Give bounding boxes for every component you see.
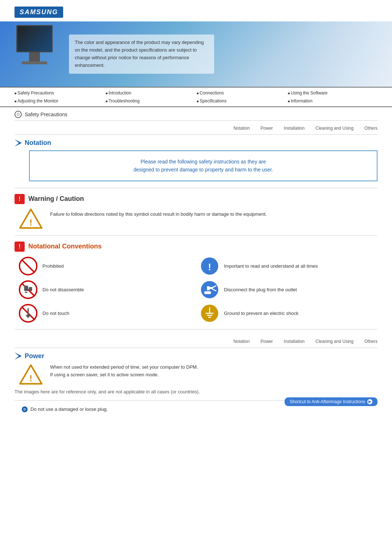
- notational-title: Notational Conventions: [28, 243, 102, 250]
- section-title-main: Safety Precautions: [25, 112, 68, 117]
- warning-body-text: Failure to follow directions noted by th…: [50, 208, 267, 218]
- nav-item-safety[interactable]: Safety Precautions: [15, 90, 104, 96]
- power-warning-icon: !: [18, 364, 44, 385]
- shortcut-button-label: Shortcut to Anti-Afterimage Instructions: [290, 399, 365, 404]
- svg-text:!: !: [208, 262, 211, 272]
- shortcut-arrow-icon: ▶: [368, 400, 371, 404]
- power-header: Power: [15, 352, 377, 360]
- sub-nav-2-notation[interactable]: Notation: [233, 339, 250, 344]
- divider-3: [15, 329, 377, 329]
- logo: SAMSUNG: [15, 7, 377, 18]
- nav-item-adjusting[interactable]: Adjusting the Monitor: [15, 98, 104, 104]
- power-body: ! When not used for extended period of t…: [18, 364, 377, 385]
- hero-banner: The color and appearance of the product …: [0, 21, 392, 87]
- section-header-row: O Safety Precautions: [15, 107, 377, 121]
- sub-nav-2: Notation Power Installation Cleaning and…: [15, 335, 377, 348]
- info-box-line1: Please read the following safety instruc…: [140, 159, 266, 165]
- sub-nav-others[interactable]: Others: [364, 126, 377, 131]
- convention-prohibited: Prohibited: [18, 256, 192, 276]
- sub-nav-installation[interactable]: Installation: [284, 126, 305, 131]
- disconnect-icon: [200, 280, 220, 300]
- do-not-text: Do not use a damaged or loose plug.: [30, 406, 108, 412]
- svg-text:!: !: [29, 218, 32, 227]
- prohibited-label: Prohibited: [42, 263, 64, 269]
- sub-nav-2-installation[interactable]: Installation: [284, 339, 305, 344]
- power-text-line2: If using a screen saver, set it to activ…: [50, 372, 159, 377]
- svg-rect-10: [25, 292, 27, 293]
- do-not-item: D Do not use a damaged or loose plug.: [22, 406, 377, 412]
- convention-important: ! Important to read and understand at al…: [200, 256, 374, 276]
- sub-nav-cleaning[interactable]: Cleaning and Using: [315, 126, 354, 131]
- important-icon: !: [200, 256, 220, 276]
- sub-nav-notation[interactable]: Notation: [233, 126, 250, 131]
- sub-nav-power[interactable]: Power: [261, 126, 273, 131]
- power-title: Power: [25, 352, 44, 360]
- warning-title: Warning / Caution: [28, 195, 84, 203]
- no-touch-label: Do not touch: [42, 311, 69, 316]
- no-touch-icon: [18, 303, 38, 323]
- header: SAMSUNG: [0, 0, 392, 18]
- nav-item-information[interactable]: Information: [288, 98, 377, 104]
- svg-text:!: !: [29, 373, 32, 383]
- no-disassemble-label: Do not disassemble: [42, 287, 84, 292]
- samsung-logo-text: SAMSUNG: [15, 7, 63, 18]
- monitor-screen: [16, 25, 53, 52]
- section-circle-icon: O: [15, 111, 22, 118]
- do-not-icon-symbol: D: [24, 408, 26, 411]
- do-not-circle-icon: D: [22, 406, 28, 412]
- notational-conventions-header: ! Notational Conventions: [15, 242, 377, 252]
- sub-nav-2-cleaning[interactable]: Cleaning and Using: [315, 339, 354, 344]
- conventions-grid: Prohibited ! Important to read and under…: [18, 256, 374, 323]
- convention-ground: Ground to prevent an electric shock: [200, 303, 374, 323]
- hero-decoration: [301, 21, 392, 87]
- ground-label: Ground to prevent an electric shock: [224, 311, 298, 316]
- divider-1: [15, 188, 377, 188]
- nav-item-software[interactable]: Using the Software: [288, 90, 377, 96]
- warning-header: ! Warning / Caution: [15, 194, 377, 204]
- sub-nav-2-power[interactable]: Power: [261, 339, 273, 344]
- power-ref-text: The images here are for reference only, …: [15, 389, 377, 394]
- svg-rect-16: [204, 291, 211, 294]
- warning-icon-box: !: [15, 194, 25, 204]
- ground-icon: [200, 303, 220, 323]
- svg-line-3: [22, 260, 34, 272]
- no-disassemble-icon: [18, 280, 38, 300]
- convention-no-touch: Do not touch: [18, 303, 192, 323]
- nav-item-specifications[interactable]: Specifications: [197, 98, 286, 104]
- power-body-text: When not used for extended period of tim…: [50, 364, 198, 379]
- convention-disconnect: Disconnect the plug from the outlet: [200, 280, 374, 300]
- monitor-base: [22, 61, 47, 64]
- notation-info-box: Please read the following safety instruc…: [29, 150, 377, 181]
- divider-2: [15, 235, 377, 236]
- nav-item-troubleshooting[interactable]: Troubleshooting: [106, 98, 195, 104]
- disconnect-label: Disconnect the plug from the outlet: [224, 287, 297, 292]
- svg-rect-9: [29, 287, 32, 291]
- power-text-line1: When not used for extended period of tim…: [50, 364, 198, 370]
- divider-4: [15, 400, 285, 401]
- content-area: O Safety Precautions Notation Power Inst…: [0, 107, 392, 412]
- nav-bar: Safety Precautions Introduction Connecti…: [0, 87, 392, 107]
- monitor-stand: [29, 52, 40, 61]
- important-label: Important to read and understand at all …: [224, 263, 318, 269]
- monitor-image: [11, 25, 58, 83]
- shortcut-button-circle: ▶: [367, 399, 372, 404]
- notation-arrow-icon: [15, 139, 22, 147]
- warning-triangle-icon: !: [18, 208, 44, 230]
- warning-exclamation-icon: !: [19, 196, 20, 202]
- sub-nav-2-others[interactable]: Others: [364, 339, 377, 344]
- notational-icon-box: !: [15, 242, 25, 252]
- sub-nav-1: Notation Power Installation Cleaning and…: [15, 122, 377, 135]
- notational-exclamation-icon: !: [19, 243, 20, 250]
- shortcut-button[interactable]: Shortcut to Anti-Afterimage Instructions…: [285, 397, 377, 406]
- nav-item-introduction[interactable]: Introduction: [106, 90, 195, 96]
- svg-rect-8: [24, 285, 28, 291]
- notation-header: Notation: [15, 139, 377, 147]
- prohibited-icon: [18, 256, 38, 276]
- info-box-line2: designed to prevent damage to property a…: [134, 167, 273, 173]
- power-arrow-icon: [15, 352, 22, 360]
- nav-item-connections[interactable]: Connections: [197, 90, 286, 96]
- warning-body: ! Failure to follow directions noted by …: [18, 208, 377, 230]
- notation-title: Notation: [25, 139, 51, 147]
- convention-no-disassemble: Do not disassemble: [18, 280, 192, 300]
- hero-description: The color and appearance of the product …: [69, 35, 214, 73]
